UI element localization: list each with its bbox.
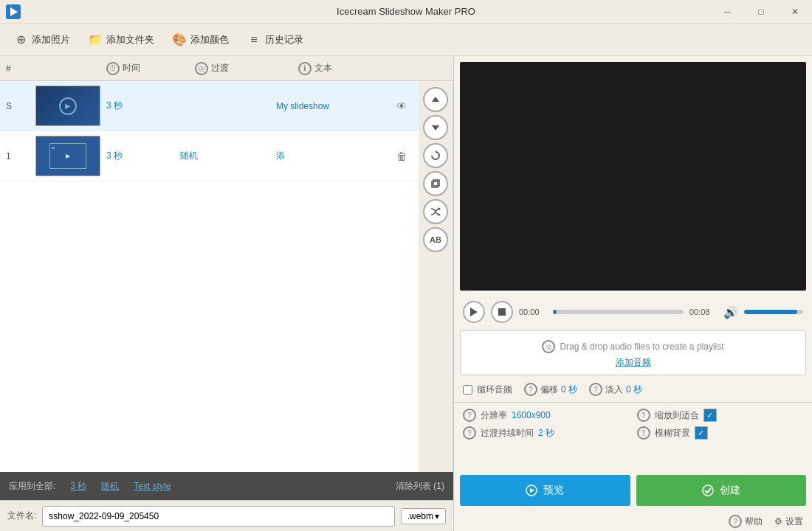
- folder-icon: 📁: [88, 32, 103, 47]
- add-color-button[interactable]: 🎨 添加颜色: [165, 29, 236, 51]
- slide-list: S ▶ 3 秒 My slideshow 👁 1: [0, 81, 419, 472]
- maximize-button[interactable]: □: [744, 0, 778, 24]
- col-text-header: ℹ 文本: [298, 62, 447, 75]
- fit-field: ? 缩放到适合 ✓: [637, 409, 804, 422]
- fit-checkbox[interactable]: ✓: [703, 409, 717, 422]
- add-folder-label: 添加文件夹: [106, 33, 154, 46]
- titlebar: Icecream Slideshow Maker PRO ─ □ ✕: [0, 0, 812, 24]
- slide-text[interactable]: 添: [276, 150, 390, 162]
- blur-checkbox[interactable]: ✓: [695, 426, 708, 440]
- time-current: 00:00: [519, 308, 547, 316]
- right-panel: 00:00 00:08 🔊 ◎ Drag & drop audio files …: [454, 56, 812, 531]
- blur-help-icon: ?: [637, 426, 650, 440]
- table-row[interactable]: S ▶ 3 秒 My slideshow 👁: [0, 81, 419, 131]
- resolution-value[interactable]: 1600x900: [512, 410, 551, 420]
- slide-text[interactable]: My slideshow: [276, 101, 390, 111]
- settings-link[interactable]: ⚙ 设置: [774, 515, 803, 528]
- ext-dropdown-icon: ▾: [435, 511, 439, 521]
- play-button[interactable]: [463, 301, 485, 323]
- volume-icon[interactable]: 🔊: [723, 305, 738, 319]
- slide-delete-icon[interactable]: 🗑: [390, 150, 413, 162]
- transition-value[interactable]: 2 秒: [538, 427, 554, 440]
- settings-label: 设置: [785, 516, 803, 528]
- trans-icon: ◎: [195, 62, 208, 75]
- player-controls: 00:00 00:08 🔊: [454, 296, 812, 327]
- help-link[interactable]: ? 帮助: [729, 515, 763, 528]
- play-circle-icon: ▶: [59, 97, 77, 115]
- add-photo-button[interactable]: ⊕ 添加照片: [6, 29, 78, 51]
- app-icon: [6, 4, 21, 19]
- offset-label: 偏移: [540, 384, 558, 396]
- transition-label: 过渡持续时间: [481, 427, 534, 440]
- loop-checkbox-input[interactable]: [463, 385, 472, 395]
- progress-bar[interactable]: [553, 310, 684, 314]
- minimize-button[interactable]: ─: [710, 0, 744, 24]
- audio-controls: 循环音频 ? 偏移 0 秒 ? 淡入 0 秒: [454, 378, 812, 400]
- loop-label: 循环音频: [477, 384, 512, 396]
- resolution-label: 分辨率: [481, 409, 507, 422]
- rotate-button[interactable]: [423, 143, 448, 168]
- close-button[interactable]: ✕: [778, 0, 812, 24]
- apply-trans[interactable]: 随机: [101, 480, 119, 493]
- text-icon: ℹ: [298, 62, 312, 75]
- text-style-button[interactable]: AB: [423, 227, 448, 252]
- slide-time[interactable]: 3 秒: [106, 100, 180, 112]
- settings-gear-icon: ⚙: [774, 516, 782, 527]
- stop-button[interactable]: [491, 301, 513, 323]
- move-down-button[interactable]: [423, 115, 448, 140]
- apply-label: 应用到全部:: [9, 480, 55, 493]
- offset-value[interactable]: 0 秒: [561, 384, 577, 396]
- fit-help-icon: ?: [637, 409, 650, 422]
- filename-input[interactable]: [42, 506, 394, 527]
- main-content: # ⏱ 时间 ◎ 过渡 ℹ 文本 S ▶: [0, 56, 812, 531]
- history-button[interactable]: ≡ 历史记录: [239, 29, 311, 51]
- copy-button[interactable]: [423, 171, 448, 196]
- create-button[interactable]: 创建: [636, 475, 807, 506]
- svg-marker-7: [438, 207, 441, 210]
- footer-links: ? 帮助 ⚙ 设置: [454, 512, 812, 531]
- slide-time[interactable]: 3 秒: [106, 150, 180, 162]
- side-actions: AB: [419, 81, 453, 472]
- apply-time[interactable]: 3 秒: [70, 480, 86, 493]
- action-buttons: 预览 创建: [454, 469, 812, 512]
- add-photo-icon: ⊕: [13, 32, 28, 47]
- svg-marker-12: [530, 488, 534, 493]
- apply-text-style[interactable]: Text style: [134, 481, 171, 491]
- offset-field: ? 偏移 0 秒: [524, 383, 577, 396]
- svg-rect-6: [433, 180, 439, 186]
- offset-help-icon: ?: [524, 383, 537, 396]
- move-up-button[interactable]: [423, 87, 448, 112]
- fadein-field: ? 淡入 0 秒: [589, 383, 642, 396]
- add-folder-button[interactable]: 📁 添加文件夹: [80, 29, 162, 51]
- table-header: # ⏱ 时间 ◎ 过渡 ℹ 文本: [0, 56, 453, 81]
- audio-drop-icon: ◎: [542, 340, 555, 353]
- shuffle-button[interactable]: [423, 199, 448, 224]
- left-panel: # ⏱ 时间 ◎ 过渡 ℹ 文本 S ▶: [0, 56, 454, 531]
- slide-visibility-icon[interactable]: 👁: [390, 100, 413, 112]
- svg-marker-9: [470, 308, 478, 316]
- add-audio-link[interactable]: 添加音频: [469, 356, 796, 369]
- clear-list-button[interactable]: 清除列表 (1): [396, 480, 444, 493]
- transition-field: ? 过渡持续时间 2 秒: [463, 426, 630, 440]
- fadein-value[interactable]: 0 秒: [626, 384, 642, 396]
- slide-area: S ▶ 3 秒 My slideshow 👁 1: [0, 81, 453, 472]
- preview-button[interactable]: 预览: [460, 475, 630, 506]
- resolution-help-icon: ?: [463, 409, 476, 422]
- blur-field: ? 模糊背景 ✓: [637, 426, 804, 440]
- settings-row-2: ? 过渡持续时间 2 秒 ? 模糊背景 ✓: [463, 426, 803, 440]
- audio-section: ◎ Drag & drop audio files to create a pl…: [460, 330, 806, 375]
- settings-row-1: ? 分辨率 1600x900 ? 缩放到适合 ✓: [463, 409, 803, 422]
- slide-trans[interactable]: 随机: [180, 150, 276, 162]
- help-icon: ?: [729, 515, 742, 528]
- loop-audio-checkbox[interactable]: 循环音频: [463, 384, 512, 396]
- svg-marker-4: [436, 150, 438, 153]
- extension-selector[interactable]: .webm ▾: [401, 508, 446, 524]
- blur-label: 模糊背景: [655, 427, 690, 440]
- progress-bar-fill: [553, 310, 557, 314]
- audio-drop-zone[interactable]: ◎ Drag & drop audio files to create a pl…: [469, 337, 796, 356]
- table-row[interactable]: 1 ≡ ▶ 3 秒 随机 添: [0, 131, 419, 181]
- window-title: Icecream Slideshow Maker PRO: [337, 6, 475, 17]
- volume-bar[interactable]: [744, 310, 803, 314]
- slide-num: S: [6, 101, 35, 111]
- svg-point-13: [703, 485, 713, 496]
